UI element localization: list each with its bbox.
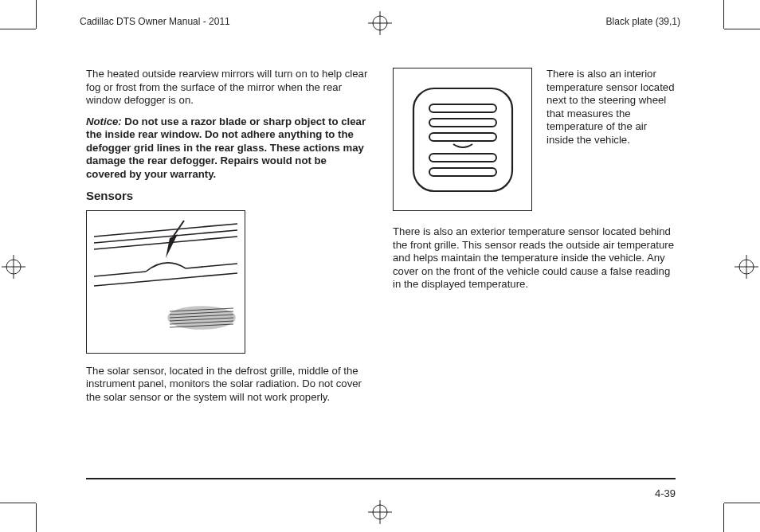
crop-tick [723, 503, 724, 532]
registration-mark-bottom [368, 500, 392, 524]
svg-point-3 [739, 260, 754, 274]
crop-tick [36, 503, 37, 532]
header-left: Cadillac DTS Owner Manual - 2011 [80, 16, 230, 27]
svg-line-12 [94, 272, 146, 276]
svg-rect-24 [429, 104, 496, 112]
crop-tick [0, 503, 36, 503]
crop-tick [0, 29, 36, 29]
svg-line-11 [94, 237, 237, 249]
right-column: There is also an interior temperature se… [393, 68, 676, 412]
crop-tick [723, 0, 724, 29]
paragraph-interior-sensor: There is also an interior temperature se… [546, 68, 676, 147]
heading-sensors: Sensors [86, 189, 369, 204]
manual-page: { "header": { "left": "Cadillac DTS Owne… [0, 0, 760, 532]
svg-point-0 [6, 260, 21, 274]
registration-mark-right [735, 255, 758, 279]
svg-rect-26 [429, 133, 496, 141]
footer-rule [86, 478, 676, 479]
figure-solar-sensor [86, 210, 245, 354]
svg-rect-27 [429, 154, 496, 162]
svg-line-9 [94, 224, 237, 237]
paragraph-solar-sensor: The solar sensor, located in the defrost… [86, 365, 369, 405]
solar-sensor-icon [90, 214, 241, 350]
paragraph-mirrors: The heated outside rearview mirrors will… [86, 68, 369, 108]
header-right: Black plate (39,1) [606, 16, 680, 27]
svg-rect-25 [429, 119, 496, 127]
crop-tick [36, 0, 37, 29]
svg-line-13 [186, 264, 237, 268]
notice-label: Notice: [86, 115, 122, 127]
notice-body: Do not use a razor blade or sharp object… [86, 115, 366, 180]
crop-tick [724, 503, 760, 503]
page-header: Cadillac DTS Owner Manual - 2011 Black p… [80, 16, 680, 27]
left-column: The heated outside rearview mirrors will… [86, 68, 369, 412]
crop-tick [724, 29, 760, 29]
registration-mark-left [2, 255, 25, 279]
page-number: 4-39 [655, 487, 676, 499]
svg-line-10 [94, 230, 237, 243]
svg-rect-28 [429, 168, 496, 176]
vent-grille-icon [399, 74, 527, 205]
figure-interior-sensor [393, 68, 532, 211]
svg-line-14 [94, 273, 237, 286]
page-body: The heated outside rearview mirrors will… [86, 68, 676, 474]
notice-paragraph: Notice: Do not use a razor blade or shar… [86, 115, 369, 182]
paragraph-exterior-sensor: There is also an exterior temperature se… [393, 225, 676, 291]
svg-point-29 [373, 505, 387, 519]
